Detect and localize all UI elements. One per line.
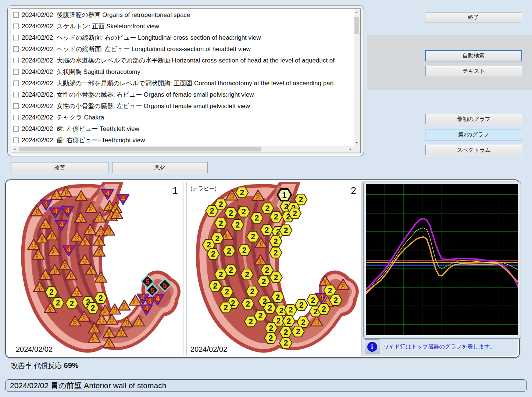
list-item[interactable]: 2024/02/02女性の小骨盤の臓器: 左ビュー Organs of fema… [11, 100, 354, 112]
list-item-checkbox[interactable] [13, 12, 19, 18]
second-graph-button-active[interactable]: 第2のグラフ [425, 129, 522, 140]
list-item[interactable]: 2024/02/02大動脈の一部を昇順のレベルで冠状開胸: 正面図 Corona… [11, 78, 354, 89]
panel-2-date: 2024/02/02 [190, 345, 227, 354]
exit-button[interactable]: 終了 [425, 12, 522, 22]
spectrum-button[interactable]: スペクトラム [425, 145, 522, 155]
list-item-label: 歯: 左側ビュー Teeth:left view [57, 125, 139, 133]
list-item[interactable]: 2024/02/02歯: 右側ビュー−Teeth:right view [11, 135, 354, 146]
list-item[interactable]: 2024/02/02大脳の水道橋のレベルで頭部の水平断面 Horizontal … [11, 55, 354, 66]
svg-text:3: 3 [259, 240, 263, 248]
svg-text:2: 2 [219, 270, 223, 279]
list-item[interactable]: 2024/02/02ヘッドの縦断面: 右のビュー Longitudinal cr… [11, 32, 354, 43]
list-item[interactable]: 2024/02/02スケルトン: 正面 Skeleton:front view [11, 21, 354, 32]
marker-hex2: 2 [241, 269, 253, 280]
improvement-rate-line: 改善率 代償反応 69% [11, 361, 79, 371]
marker-hex2: 2 [238, 244, 251, 255]
list-item[interactable]: 2024/02/02チャクラ Chakra [11, 112, 354, 123]
svg-text:3: 3 [83, 237, 87, 246]
svg-text:3: 3 [79, 214, 83, 223]
svg-text:2: 2 [227, 247, 231, 255]
list-item[interactable]: 2024/02/02歯: 左側ビュー Teeth:left view [11, 123, 354, 135]
vertical-scrollbar[interactable]: ▲ ▼ [354, 9, 360, 146]
svg-text:3: 3 [36, 251, 40, 260]
marker-hex2: 2 [269, 236, 282, 246]
list-item-checkbox[interactable] [13, 24, 19, 29]
svg-text:5: 5 [163, 281, 167, 289]
svg-text:2: 2 [219, 200, 223, 209]
marker-hex2: 2 [279, 225, 292, 236]
scroll-left-button[interactable]: ◄ [11, 146, 18, 152]
svg-text:3: 3 [256, 192, 260, 200]
scrollbar-corner [354, 146, 360, 152]
marker-hex2: 2 [307, 295, 319, 305]
list-item-checkbox[interactable] [13, 137, 19, 143]
list-item-checkbox[interactable] [13, 46, 19, 52]
svg-text:4: 4 [65, 206, 70, 215]
list-item[interactable]: 2024/02/02女性の小骨盤の臓器: 右ビュー Organs of fema… [11, 89, 354, 100]
svg-text:3: 3 [103, 307, 107, 315]
improve-button[interactable]: 改善 [11, 162, 108, 173]
svg-text:3: 3 [43, 220, 47, 229]
graph-info-row: i ワイド行はトップ臓器のグラフを表します。 [365, 339, 519, 354]
svg-text:2: 2 [274, 273, 278, 282]
svg-text:2: 2 [311, 296, 315, 305]
results-list-frame: 2024/02/02後腹膜腔の器官 Organs of retroperiton… [7, 5, 364, 156]
svg-text:2: 2 [289, 306, 293, 315]
list-item-checkbox[interactable] [13, 35, 19, 40]
list-item-checkbox[interactable] [13, 81, 19, 86]
svg-text:3: 3 [64, 189, 68, 197]
scroll-right-button[interactable]: ► [347, 146, 354, 152]
svg-text:2: 2 [224, 303, 228, 312]
svg-text:3: 3 [48, 304, 52, 313]
svg-text:2: 2 [265, 266, 269, 275]
svg-text:3: 3 [89, 267, 93, 275]
scroll-up-button[interactable]: ▲ [354, 9, 360, 15]
list-item-checkbox[interactable] [13, 126, 19, 132]
list-item-label: 歯: 右側ビュー−Teeth:right view [57, 136, 145, 144]
list-item-checkbox[interactable] [13, 92, 19, 97]
list-item-label: 女性の小骨盤の臓器: 左ビュー Organs of female small p… [57, 102, 250, 110]
svg-text:2: 2 [211, 250, 215, 259]
list-item[interactable]: 2024/02/02矢状開胸 Sagittal thoracotomy [11, 66, 354, 78]
list-item-date: 2024/02/02 [22, 114, 53, 121]
svg-text:4: 4 [148, 297, 152, 305]
vertical-scroll-thumb[interactable] [354, 17, 359, 34]
svg-text:3: 3 [230, 192, 234, 200]
list-item-checkbox[interactable] [13, 69, 19, 75]
svg-text:3: 3 [43, 271, 47, 279]
marker-hex2: 2 [324, 285, 336, 296]
svg-text:2: 2 [265, 204, 270, 213]
svg-text:2: 2 [245, 270, 249, 279]
results-listbox[interactable]: 2024/02/02後腹膜腔の器官 Organs of retroperiton… [11, 8, 361, 153]
horizontal-scrollbar[interactable]: ◄ ► [11, 146, 354, 152]
list-item-date: 2024/02/02 [22, 23, 53, 30]
list-item-date: 2024/02/02 [22, 125, 53, 133]
list-item-checkbox[interactable] [13, 58, 19, 63]
svg-text:2: 2 [250, 287, 254, 296]
svg-text:4: 4 [144, 304, 149, 313]
svg-text:3: 3 [50, 232, 54, 240]
marker-hex1: 1 [278, 189, 292, 201]
list-item[interactable]: 2024/02/02ヘッドの縦断面: 左ビュー Longitudinal cro… [11, 43, 354, 55]
svg-text:3: 3 [75, 233, 79, 242]
list-item-checkbox[interactable] [13, 115, 19, 120]
horizontal-scroll-thumb[interactable] [19, 147, 261, 151]
first-graph-button[interactable]: 最初のグラフ [425, 114, 522, 124]
auto-search-button[interactable]: 自動検索 [425, 50, 522, 61]
svg-text:3: 3 [54, 191, 58, 200]
list-item[interactable]: 2024/02/02後腹膜腔の器官 Organs of retroperiton… [11, 9, 354, 21]
results-frame: 3333333333333333333333333333333333333333… [5, 179, 520, 358]
scroll-down-button[interactable]: ▼ [354, 140, 360, 146]
list-item-checkbox[interactable] [13, 103, 19, 109]
svg-text:2: 2 [225, 287, 229, 296]
text-button[interactable]: テキスト [425, 66, 522, 76]
info-icon-glyph: i [367, 342, 377, 352]
svg-text:3: 3 [315, 318, 319, 326]
stomach-illustration-2: 3333333334222222222222222222222222222222… [187, 182, 361, 356]
worsen-button[interactable]: 悪化 [112, 162, 208, 173]
selected-organ-bar[interactable]: 2024/02/02 胃の前壁 Anterior wall of stomach [5, 379, 527, 392]
search-button-band [367, 35, 532, 90]
svg-text:3: 3 [258, 257, 263, 265]
svg-text:2: 2 [251, 232, 255, 241]
svg-text:3: 3 [83, 256, 87, 265]
